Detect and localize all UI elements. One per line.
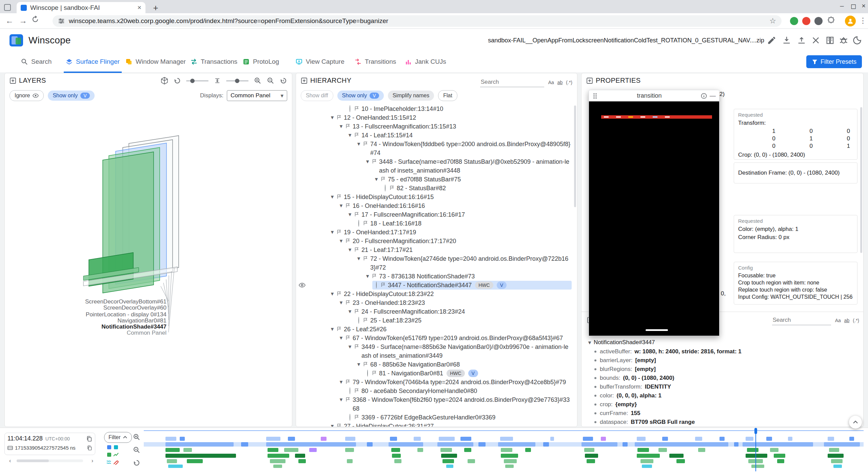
trace-segment[interactable] (442, 459, 454, 463)
trace-segment[interactable] (437, 442, 473, 447)
tree-node[interactable]: ▾19 - OneHanded:17:17#19 (296, 228, 574, 237)
trace-segment[interactable] (394, 459, 401, 463)
drag-handle-icon[interactable] (592, 93, 598, 99)
trace-segment[interactable] (321, 437, 327, 441)
layer-label[interactable]: NavigationBar0#81 (117, 317, 166, 324)
layers-3d-canvas[interactable]: ScreenDecorOverlayBottom#61 ScreenDecorO… (5, 103, 292, 427)
window-maximize-icon[interactable]: ◻ (848, 2, 859, 10)
tree-node[interactable]: ▾73 - 8736138 NotificationShade#73 (296, 272, 574, 281)
url-text[interactable]: winscope.teams.x20web.corp.google.com/pr… (69, 17, 769, 25)
tree-node[interactable]: ▾15 - HideDisplayCutout:16:16#15 (296, 193, 574, 201)
legend-viewcapture-icon[interactable] (114, 445, 118, 449)
trace-segment[interactable] (584, 448, 594, 452)
trace-segment[interactable] (774, 454, 785, 458)
zoom-out-icon[interactable] (267, 77, 274, 84)
trace-segment[interactable] (587, 459, 595, 463)
tree-node[interactable]: 18 - Leaf:16:16#18 (296, 219, 574, 228)
expand-arrow-icon[interactable]: ▾ (355, 140, 363, 149)
tree-node[interactable]: ▾16 - OneHanded:16:16#16 (296, 201, 574, 210)
expand-arrow-icon[interactable]: ▾ (328, 228, 336, 237)
expand-arrow-icon[interactable]: ▾ (355, 254, 363, 263)
tree-node[interactable]: ▾26 - Leaf:25#26 (296, 325, 574, 334)
tree-node[interactable]: 82 - StatusBar#82 (296, 184, 574, 193)
match-word-icon[interactable]: ab (557, 80, 563, 85)
trace-segment[interactable] (550, 437, 554, 441)
tree-node[interactable]: 81 - NavigationBar0#81HWCV (296, 369, 574, 378)
tree-node[interactable]: ▾67 - WindowToken{e5176f9 type=2019 andr… (296, 334, 574, 342)
tree-node[interactable]: ▾24 - FullscreenMagnification:18:23#24 (296, 307, 574, 316)
bookmark-star-icon[interactable]: ☆ (769, 17, 776, 25)
property-row[interactable]: barrierLayer:[empty] (586, 356, 859, 365)
tree-node[interactable]: ▾74 - WindowToken{fdddbe6 type=2000 andr… (296, 140, 574, 157)
property-row[interactable]: blurRegions:[empty] (586, 365, 859, 374)
property-row[interactable]: crop:{empty} (586, 400, 859, 409)
trace-segment[interactable] (268, 454, 289, 458)
layer-label[interactable]: PointerLocation - display 0#134 (86, 311, 166, 318)
trace-segment[interactable] (583, 437, 593, 441)
trace-segment[interactable] (658, 448, 667, 452)
tab-jank-cujs[interactable]: Jank CUJs (403, 52, 448, 72)
expand-arrow-icon[interactable]: ▾ (337, 122, 345, 131)
expand-arrow-icon[interactable]: ▾ (328, 193, 336, 201)
trace-segment[interactable] (167, 459, 177, 463)
leaf-marker[interactable] (355, 219, 363, 228)
show-only-chip[interactable]: Show only V (337, 91, 384, 101)
trace-segment[interactable] (460, 437, 471, 441)
trace-segment[interactable] (828, 437, 834, 441)
trace-segment[interactable] (440, 448, 452, 452)
hierarchy-scrollbar[interactable] (574, 105, 576, 207)
edit-icon[interactable] (767, 36, 777, 46)
trace-segment[interactable] (581, 442, 617, 447)
browser-menu-icon[interactable]: ⋮ (859, 16, 867, 25)
zoom-in-icon[interactable] (133, 433, 140, 441)
trace-segment[interactable] (501, 448, 512, 452)
extension-icon-1[interactable] (790, 17, 798, 25)
tree-node[interactable]: ▾75 - ed70f88 StatusBar#75 (296, 175, 574, 184)
copy-ns-icon[interactable] (87, 445, 92, 451)
trace-segment[interactable] (637, 437, 645, 441)
expand-arrow-icon[interactable]: ▾ (337, 334, 345, 342)
tab-search[interactable]: Search (19, 52, 54, 72)
trace-segment[interactable] (266, 437, 280, 441)
trace-segment[interactable] (829, 448, 839, 452)
new-tab-button[interactable]: + (151, 3, 161, 13)
tree-node[interactable]: ▾13 - FullscreenMagnification:15:15#13 (296, 122, 574, 131)
show-only-chip[interactable]: Show only V (48, 91, 94, 101)
expand-arrow-icon[interactable]: ▾ (372, 175, 380, 184)
expand-arrow-icon[interactable]: ▾ (346, 342, 354, 351)
panel-expand-icon[interactable] (586, 77, 593, 84)
legend-attachment-icon[interactable] (113, 459, 119, 465)
url-bar[interactable]: winscope.teams.x20web.corp.google.com/pr… (53, 15, 782, 27)
trace-segment[interactable] (165, 437, 176, 441)
hierarchy-search-input[interactable] (480, 77, 544, 87)
properties-search-input[interactable] (772, 315, 831, 325)
scroll-right-icon[interactable]: › (92, 458, 93, 464)
info-icon[interactable] (701, 93, 707, 99)
property-row[interactable]: color:(0, 0, 0), alpha: 1 (586, 391, 859, 400)
site-settings-icon[interactable] (58, 18, 65, 24)
expand-arrow-icon[interactable]: ▾ (337, 298, 345, 307)
tree-node[interactable]: ▾21 - Leaf:17:17#21 (296, 245, 574, 254)
trace-segment[interactable] (417, 448, 423, 452)
visibility-icon[interactable] (299, 282, 305, 289)
trace-segment[interactable] (504, 459, 517, 463)
trace-segment[interactable] (525, 448, 531, 452)
extensions-puzzle-icon[interactable] (827, 17, 835, 25)
trace-segment[interactable] (392, 454, 400, 458)
trace-segment[interactable] (284, 448, 298, 452)
trace-segment[interactable] (601, 437, 606, 441)
ignore-chip[interactable]: Ignore (9, 90, 44, 101)
property-row[interactable]: bounds:(0, 0) - (1080, 2400) (586, 374, 859, 382)
trace-segment[interactable] (635, 442, 728, 447)
trace-segment[interactable] (298, 459, 305, 463)
flat-chip[interactable]: Flat (438, 90, 457, 101)
trace-segment[interactable] (468, 459, 475, 463)
trace-segment[interactable] (743, 442, 813, 447)
show-diff-chip[interactable]: Show diff (301, 90, 333, 101)
screenshot-overlay-window[interactable]: transition — (589, 90, 719, 336)
zoom-out-icon[interactable] (133, 446, 140, 454)
expand-arrow-icon[interactable]: ▾ (337, 395, 345, 404)
expand-arrow-icon[interactable]: ▾ (337, 201, 345, 210)
trace-segment[interactable] (168, 465, 182, 468)
tree-node[interactable]: ▾3448 - Surface(name=ed70f88 StatusBar)/… (296, 157, 574, 175)
